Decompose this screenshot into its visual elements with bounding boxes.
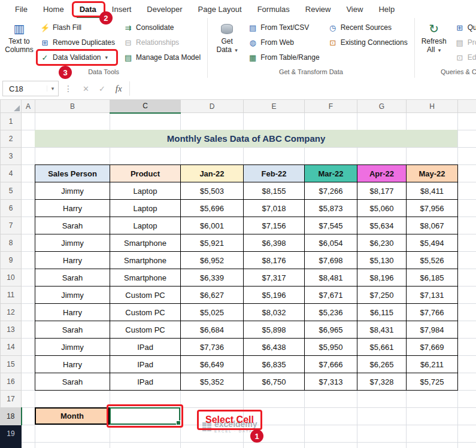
selected-cell-c18[interactable] <box>110 407 180 425</box>
grid-cell[interactable] <box>110 425 181 443</box>
table-cell[interactable]: Smartphone <box>110 252 181 269</box>
table-cell[interactable]: $7,266 <box>305 182 357 200</box>
table-cell[interactable]: $6,185 <box>407 269 458 287</box>
column-header-H[interactable]: H <box>407 100 458 113</box>
table-cell[interactable]: Laptop <box>110 200 181 217</box>
table-cell[interactable]: Jimmy <box>35 234 110 252</box>
grid-cell[interactable] <box>110 113 181 130</box>
table-cell[interactable]: $8,196 <box>357 269 407 287</box>
tab-developer[interactable]: Developer <box>139 0 190 18</box>
table-cell[interactable]: $6,835 <box>244 356 305 373</box>
table-cell[interactable]: $7,018 <box>244 200 305 217</box>
table-cell[interactable]: $6,438 <box>244 339 305 356</box>
grid-cell[interactable] <box>357 113 407 130</box>
from-web-button[interactable]: ◍ From Web <box>246 36 322 49</box>
data-validation-button[interactable]: ✓ Data Validation ▾ 3 <box>38 51 117 64</box>
table-cell[interactable]: Sarah <box>35 373 110 391</box>
column-header-partial[interactable] <box>458 100 476 113</box>
column-header-C[interactable]: C <box>110 100 181 113</box>
grid-cell[interactable] <box>458 304 476 321</box>
chevron-down-icon[interactable]: ▾ <box>105 54 108 60</box>
row-header-10[interactable]: 10 <box>1 269 22 287</box>
grid-cell[interactable] <box>22 287 35 304</box>
table-cell[interactable]: IPad <box>110 339 181 356</box>
grid-cell[interactable] <box>458 287 476 304</box>
table-cell[interactable]: $6,627 <box>181 287 244 304</box>
grid-cell[interactable] <box>22 373 35 391</box>
grid-cell[interactable] <box>305 148 357 165</box>
grid-cell[interactable] <box>407 113 458 130</box>
table-cell[interactable]: $5,130 <box>357 252 407 269</box>
grid-cell[interactable] <box>22 425 35 443</box>
row-header-17[interactable]: 17 <box>1 391 22 408</box>
table-header-cell[interactable]: Jan-22 <box>181 165 244 182</box>
table-cell[interactable]: IPad <box>110 356 181 373</box>
grid-cell[interactable] <box>22 113 35 130</box>
table-cell[interactable]: $6,965 <box>305 321 357 339</box>
table-cell[interactable]: $7,666 <box>305 356 357 373</box>
column-header-F[interactable]: F <box>305 100 357 113</box>
table-header-cell[interactable]: May-22 <box>407 165 458 182</box>
table-cell[interactable]: $7,671 <box>305 287 357 304</box>
table-cell[interactable]: $8,067 <box>407 217 458 234</box>
recent-sources-button[interactable]: ◷ Recent Sources <box>326 21 410 34</box>
table-cell[interactable]: $6,001 <box>181 217 244 234</box>
grid-cell[interactable] <box>22 304 35 321</box>
table-cell[interactable]: $5,236 <box>305 304 357 321</box>
table-cell[interactable]: $6,398 <box>244 234 305 252</box>
table-cell[interactable]: $7,956 <box>407 200 458 217</box>
grid-cell[interactable] <box>458 148 476 165</box>
grid-cell[interactable] <box>407 148 458 165</box>
row-header-12[interactable]: 12 <box>1 304 22 321</box>
consolidate-button[interactable]: ⇉ Consolidate <box>122 21 202 34</box>
grid-cell[interactable] <box>22 356 35 373</box>
row-header-13[interactable]: 13 <box>1 321 22 339</box>
existing-connections-button[interactable]: ⊡ Existing Connections <box>326 36 410 49</box>
grid-cell[interactable] <box>22 217 35 234</box>
table-cell[interactable]: $6,750 <box>244 373 305 391</box>
grid-cell[interactable] <box>22 252 35 269</box>
table-cell[interactable]: $5,352 <box>181 373 244 391</box>
grid-cell[interactable] <box>458 234 476 252</box>
from-table-range-button[interactable]: ▦ From Table/Range <box>246 51 322 64</box>
table-header-cell[interactable]: Sales Person <box>35 165 110 182</box>
grid-cell[interactable] <box>407 408 458 425</box>
table-cell[interactable]: $5,196 <box>244 287 305 304</box>
grid-cell[interactable] <box>181 113 244 130</box>
column-header-A[interactable]: A <box>22 100 35 113</box>
table-cell[interactable]: $8,481 <box>305 269 357 287</box>
grid-cell[interactable] <box>407 425 458 443</box>
grid-cell[interactable] <box>458 356 476 373</box>
row-header-8[interactable]: 8 <box>1 234 22 252</box>
grid-cell[interactable] <box>407 391 458 408</box>
table-cell[interactable]: $6,265 <box>357 356 407 373</box>
grid-cell[interactable] <box>22 182 35 200</box>
grid-cell[interactable] <box>22 130 35 148</box>
row-header-1[interactable]: 1 <box>1 113 22 130</box>
select-all-corner[interactable] <box>1 100 22 113</box>
tab-file[interactable]: File <box>7 0 35 18</box>
row-header-19[interactable]: 19 <box>1 425 22 443</box>
row-header-6[interactable]: 6 <box>1 200 22 217</box>
table-cell[interactable]: Jimmy <box>35 182 110 200</box>
grid-cell[interactable] <box>458 113 476 130</box>
grid-cell[interactable] <box>357 391 407 408</box>
column-header-G[interactable]: G <box>357 100 407 113</box>
grid-cell[interactable] <box>244 148 305 165</box>
name-box-chevron-icon[interactable]: ▾ <box>47 86 58 92</box>
grid-cell[interactable] <box>458 321 476 339</box>
table-cell[interactable]: $5,873 <box>305 200 357 217</box>
table-cell[interactable]: $8,155 <box>244 182 305 200</box>
table-cell[interactable]: $7,328 <box>357 373 407 391</box>
table-cell[interactable]: $8,176 <box>244 252 305 269</box>
table-cell[interactable]: Harry <box>35 252 110 269</box>
table-cell[interactable]: $8,177 <box>357 182 407 200</box>
grid-cell[interactable] <box>305 113 357 130</box>
manage-data-model-button[interactable]: ▤ Manage Data Model <box>122 51 202 64</box>
grid-cell[interactable] <box>22 321 35 339</box>
grid-cell[interactable] <box>458 200 476 217</box>
tab-help[interactable]: Help <box>371 0 402 18</box>
table-cell[interactable]: $5,921 <box>181 234 244 252</box>
table-cell[interactable]: Smartphone <box>110 234 181 252</box>
row-header-7[interactable]: 7 <box>1 217 22 234</box>
